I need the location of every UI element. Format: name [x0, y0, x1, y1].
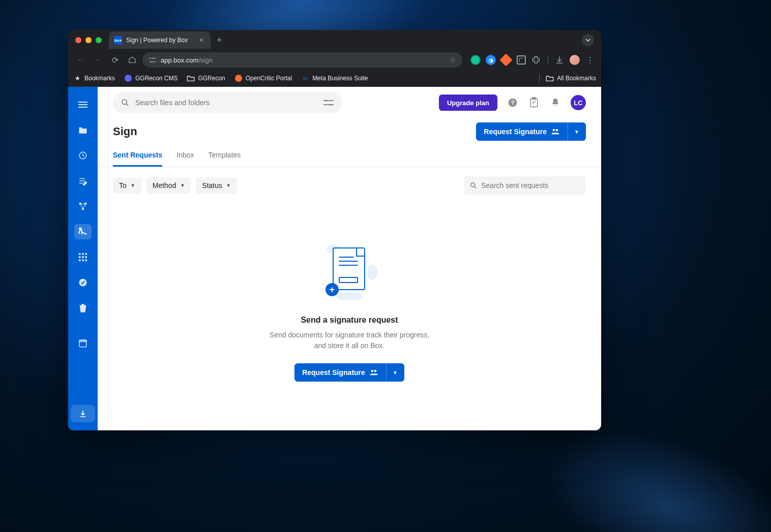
svg-point-0 — [149, 57, 151, 59]
bookmark-opencritic[interactable]: OpenCritic Portal — [234, 74, 292, 82]
browser-menu-icon[interactable]: ⋮ — [584, 54, 596, 66]
svg-point-8 — [79, 203, 82, 205]
svg-point-10 — [82, 208, 84, 210]
1password-extension-icon[interactable]: ◑ — [485, 54, 497, 66]
chevron-down-icon: ▼ — [131, 183, 135, 188]
svg-rect-23 — [79, 340, 86, 342]
bookmark-ggrecon[interactable]: GGRecon — [187, 74, 225, 82]
sidebar-synced-icon[interactable] — [74, 275, 92, 290]
sidebar-menu-button[interactable] — [74, 97, 92, 112]
tabs: Sent Requests Inbox Templates — [98, 151, 601, 167]
close-window-button[interactable] — [75, 37, 81, 43]
reload-button[interactable]: ⟳ — [108, 53, 122, 67]
svg-text:?: ? — [511, 99, 514, 106]
tab-templates[interactable]: Templates — [209, 151, 241, 167]
empty-illustration: + — [321, 244, 377, 300]
sidebar-relay-icon[interactable] — [74, 199, 92, 214]
sidebar-recents-icon[interactable] — [74, 148, 92, 163]
filter-to[interactable]: To ▼ — [113, 177, 141, 194]
help-icon[interactable]: ? — [507, 97, 519, 109]
tab-inbox[interactable]: Inbox — [176, 151, 194, 167]
global-search[interactable] — [113, 92, 342, 113]
svg-rect-12 — [79, 253, 81, 255]
empty-state: + Send a signature request Send document… — [98, 204, 601, 430]
grammarly-extension-icon[interactable] — [469, 54, 482, 66]
traffic-lights — [75, 37, 102, 43]
bookmark-ggrecon-cms[interactable]: GGRecon CMS — [124, 74, 177, 82]
sidebar-canvas-icon[interactable] — [74, 336, 92, 351]
sidebar-notes-icon[interactable] — [74, 173, 92, 189]
request-signature-center-button[interactable]: Request Signature — [294, 363, 386, 382]
infinity-icon: ∞ — [301, 74, 309, 82]
search-tabs-button[interactable] — [582, 34, 594, 46]
upgrade-plan-button[interactable]: Upgrade plan — [439, 95, 497, 111]
bookmark-star-icon[interactable]: ☆ — [450, 56, 456, 64]
bookmark-bookmarks[interactable]: ★ Bookmarks — [73, 74, 115, 82]
chevron-down-icon: ▼ — [226, 183, 231, 188]
url-bar[interactable]: app.box.com/sign ☆ — [142, 52, 462, 68]
new-tab-button[interactable]: + — [217, 35, 222, 46]
people-icon — [369, 369, 378, 376]
request-signature-dropdown[interactable]: ▼ — [568, 122, 586, 141]
svg-point-36 — [471, 183, 475, 187]
close-tab-button[interactable]: ✕ — [197, 37, 205, 44]
site-settings-icon[interactable] — [149, 56, 157, 64]
request-signature-button[interactable]: Request Signature — [476, 122, 568, 141]
svg-rect-13 — [82, 253, 84, 255]
sidebar-apps-icon[interactable] — [74, 249, 92, 265]
empty-title: Send a signature request — [301, 316, 398, 325]
plus-icon: + — [325, 283, 339, 296]
svg-rect-20 — [85, 259, 87, 261]
sidebar-trash-icon[interactable] — [74, 300, 92, 316]
extensions-puzzle-icon[interactable] — [530, 54, 543, 66]
all-bookmarks-button[interactable]: All Bookmarks — [546, 74, 596, 82]
minimize-window-button[interactable] — [85, 37, 92, 43]
page-header: Sign Request Signature ▼ — [98, 118, 601, 141]
dot-icon — [124, 74, 132, 82]
maximize-window-button[interactable] — [96, 37, 102, 43]
filters-row: To ▼ Method ▼ Status ▼ — [98, 167, 601, 204]
filter-status[interactable]: Status ▼ — [196, 177, 237, 194]
request-signature-center-dropdown[interactable]: ▼ — [386, 363, 404, 382]
user-avatar[interactable]: LC — [571, 95, 586, 110]
extension-icon-orange[interactable] — [500, 54, 512, 66]
box-favicon-icon: box — [114, 36, 122, 44]
bell-icon[interactable] — [549, 97, 561, 109]
sidebar-download-button[interactable] — [71, 405, 95, 422]
svg-point-34 — [553, 129, 555, 132]
sidebar — [68, 87, 98, 430]
svg-rect-1 — [151, 58, 156, 59]
svg-line-25 — [126, 104, 128, 106]
extension-icon-square[interactable] — [515, 54, 527, 66]
back-button[interactable]: ← — [73, 53, 87, 67]
svg-point-35 — [556, 129, 558, 132]
tab-sent-requests[interactable]: Sent Requests — [113, 151, 162, 167]
search-sent-requests-input[interactable] — [481, 181, 580, 190]
dot-icon — [234, 74, 243, 82]
profile-avatar-icon[interactable] — [569, 54, 581, 66]
browser-tab[interactable]: box Sign | Powered by Box ✕ — [109, 32, 211, 49]
svg-point-39 — [374, 370, 377, 372]
request-signature-group: Request Signature ▼ — [476, 122, 586, 141]
main-content: Upgrade plan ? LC Sign — [98, 87, 601, 430]
filter-method[interactable]: Method ▼ — [146, 177, 191, 194]
bookmark-meta[interactable]: ∞ Meta Business Suite — [301, 74, 368, 82]
sidebar-files-icon[interactable] — [74, 122, 92, 138]
title-bar: box Sign | Powered by Box ✕ + — [68, 30, 601, 50]
svg-rect-27 — [323, 100, 334, 101]
top-bar: Upgrade plan ? LC — [98, 87, 601, 118]
tab-title: Sign | Powered by Box — [126, 37, 193, 44]
empty-description: Send documents for signature track their… — [263, 330, 436, 351]
search-icon — [121, 99, 129, 107]
folder-icon — [187, 74, 195, 82]
search-sent-requests[interactable] — [464, 176, 586, 195]
downloads-icon[interactable] — [553, 54, 566, 66]
search-input[interactable] — [135, 99, 317, 107]
tasks-icon[interactable] — [528, 97, 540, 109]
search-filter-icon[interactable] — [323, 99, 334, 107]
svg-rect-17 — [85, 256, 87, 258]
svg-rect-29 — [323, 104, 334, 105]
forward-button[interactable]: → — [91, 53, 105, 67]
home-button[interactable] — [125, 53, 139, 67]
sidebar-sign-icon[interactable] — [74, 224, 92, 239]
